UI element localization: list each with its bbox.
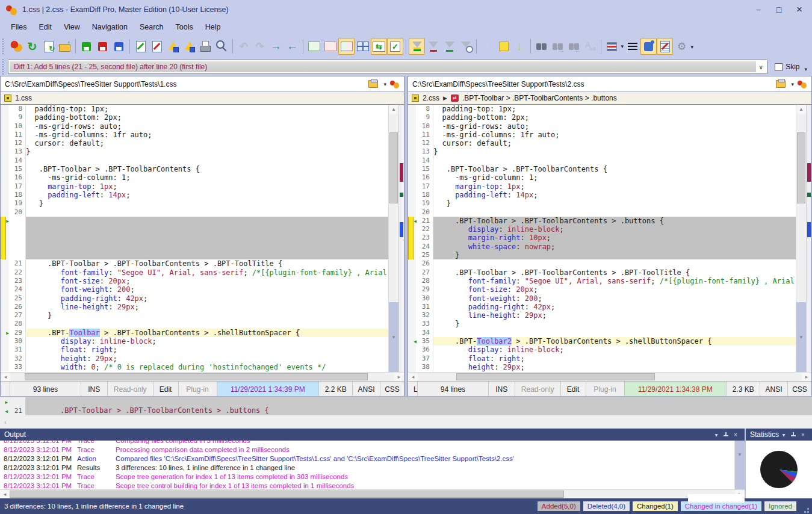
left-code-editor[interactable]: 8 padding-top: 1px;9 padding-bottom: 2px… — [1, 105, 388, 372]
show-second-pane-button[interactable] — [322, 38, 338, 55]
toolbar-grip[interactable] — [2, 39, 5, 54]
save-second-button[interactable] — [95, 38, 111, 55]
code-line[interactable]: 9 padding-bottom: 2px; — [408, 113, 796, 122]
code-line[interactable]: 33 width: 0; /* 0 is replaced during 'ho… — [1, 363, 388, 371]
code-line[interactable]: 24 font-weight: 200; — [1, 285, 388, 294]
diff-map-mark[interactable] — [807, 163, 811, 182]
code-line[interactable]: 17 margin-top: 1px; — [408, 182, 796, 191]
scroll-right-icon[interactable]: ▸ — [802, 373, 811, 381]
right-horizontal-scrollbar[interactable]: ◂ ▸ — [408, 372, 811, 381]
redo-button[interactable] — [252, 38, 268, 55]
current-diff-row[interactable] — [0, 397, 812, 406]
right-crumb-file[interactable]: 2.css — [423, 94, 439, 102]
undo-button[interactable] — [235, 38, 252, 55]
save-left-result-button[interactable] — [165, 38, 181, 55]
right-code-editor[interactable]: 8 padding-top: 1px;9 padding-bottom: 2px… — [408, 105, 796, 372]
scroll-down-icon[interactable]: ▼ — [735, 441, 745, 489]
code-line[interactable]: 23 margin-right: 10px; — [408, 234, 796, 242]
statistics-pin-icon[interactable] — [790, 432, 796, 438]
code-line[interactable]: 20 — [408, 208, 796, 217]
find-button[interactable] — [533, 38, 550, 55]
resize-grip[interactable] — [801, 502, 810, 510]
code-line[interactable]: 27 } — [1, 311, 388, 320]
scroll-right-icon[interactable]: ▸ — [394, 373, 404, 381]
code-line[interactable]: 25 } — [408, 251, 796, 259]
diff-details-button[interactable] — [604, 38, 624, 55]
code-line[interactable]: 32 line-height: 29px; — [408, 311, 796, 320]
find-next-button[interactable] — [550, 38, 566, 55]
show-panes-grid-button[interactable] — [355, 38, 371, 55]
right-hscroll-thumb[interactable] — [456, 373, 655, 380]
code-line[interactable]: 16 -ms-grid-column: 1; — [1, 173, 388, 182]
code-line[interactable]: 9 padding-bottom: 2px; — [1, 113, 388, 122]
current-difference-button[interactable] — [495, 38, 512, 55]
line-inspector-button[interactable] — [624, 38, 640, 55]
statistics-close-icon[interactable]: × — [798, 432, 808, 438]
left-horizontal-scrollbar[interactable]: ◂ ▸ — [1, 372, 404, 381]
code-line[interactable]: 18 padding-left: 14px; — [408, 191, 796, 199]
code-line[interactable]: 10 -ms-grid-rows: auto; — [1, 122, 388, 131]
maximize-button[interactable] — [769, 2, 789, 17]
scroll-left-icon[interactable]: ‹ — [1, 418, 10, 426]
settings-button[interactable] — [673, 38, 695, 55]
skip-option[interactable]: Skip ▾ — [775, 61, 807, 72]
code-line[interactable]: 26 — [408, 259, 796, 268]
output-row[interactable]: 8/12/2023 3:12:01 PMTraceComparing files… — [0, 441, 734, 445]
find-previous-button[interactable] — [566, 38, 582, 55]
code-line[interactable] — [1, 225, 388, 234]
recompare-button[interactable] — [24, 38, 40, 55]
auto-recompare-button[interactable] — [387, 38, 403, 55]
right-vscroll-thumb[interactable] — [797, 132, 805, 203]
output-row[interactable]: 8/12/2023 3:12:01 PMTraceScope tree gene… — [0, 472, 734, 481]
left-diff-map[interactable] — [398, 105, 404, 372]
swap-and-recompare-button[interactable] — [40, 38, 57, 55]
scroll-left-icon[interactable]: ◂ — [1, 373, 10, 381]
code-line[interactable]: 34 — [408, 329, 796, 337]
left-compare-icon[interactable] — [390, 79, 400, 89]
code-line[interactable]: 11 -ms-grid-columns: 1fr auto; — [408, 131, 796, 139]
code-line[interactable]: 29 .BPT-Toolbar > .BPT-ToolbarContents >… — [1, 329, 388, 337]
code-line[interactable]: 23 font-size: 20px; — [1, 277, 388, 285]
code-line[interactable]: 31 padding-right: 42px; — [408, 303, 796, 311]
output-row[interactable]: 8/12/2023 3:12:01 PMTraceProcessing comp… — [0, 445, 734, 454]
code-line[interactable]: 33 } — [408, 320, 796, 328]
code-line[interactable]: 31 float: right; — [1, 345, 388, 354]
diff-map-mark[interactable] — [400, 193, 403, 197]
combo-dropdown-icon[interactable]: ∨ — [756, 64, 766, 70]
left-path-bar[interactable]: C:\Src\ExamDiff\Specs\TreeSitter Support… — [1, 76, 404, 92]
scroll-left-icon[interactable]: ◂ — [0, 490, 10, 498]
right-compare-icon[interactable] — [798, 79, 807, 89]
edit-second-button[interactable] — [149, 38, 165, 55]
code-line[interactable]: 37 float: right; — [408, 355, 796, 363]
code-line[interactable]: 20 — [1, 208, 388, 217]
split-view-button[interactable] — [338, 38, 355, 55]
diff-map-mark[interactable] — [807, 193, 811, 197]
code-line[interactable]: 27 .BPT-Toolbar > .BPT-ToolbarContents >… — [408, 268, 796, 277]
code-line[interactable]: 32 height: 29px; — [1, 355, 388, 363]
code-line[interactable]: 21 .BPT-Toolbar > .BPT-ToolbarContents >… — [408, 217, 796, 225]
left-vscroll-thumb[interactable] — [389, 132, 398, 203]
copy-to-left-button[interactable] — [284, 38, 300, 55]
output-horizontal-scrollbar[interactable]: ◂ ▸ — [0, 489, 745, 498]
right-vertical-scrollbar[interactable]: ▲ ▼ — [796, 105, 806, 372]
show-changed-filter-button[interactable] — [441, 38, 457, 55]
code-line[interactable]: 38 height: 29px; — [408, 363, 796, 371]
code-line[interactable]: 13} — [1, 147, 388, 156]
diff-map-mark[interactable] — [400, 163, 403, 182]
menu-item-help[interactable]: Help — [199, 20, 227, 34]
code-line[interactable]: 26 line-height: 29px; — [1, 303, 388, 311]
code-line[interactable]: 10 -ms-grid-rows: auto; — [408, 122, 796, 131]
edit-options-button[interactable] — [657, 38, 673, 55]
scroll-left-icon[interactable]: ◂ — [408, 373, 418, 381]
skip-checkbox[interactable] — [775, 63, 783, 71]
synchronize-scrolling-button[interactable] — [371, 38, 387, 55]
code-line[interactable]: 21 .BPT-Toolbar > .BPT-ToolbarContents >… — [1, 259, 388, 268]
plugins-button[interactable] — [640, 38, 657, 55]
code-line[interactable]: 17 margin-top: 1px; — [1, 182, 388, 191]
code-line[interactable]: 15 .BPT-Toolbar > .BPT-ToolbarContents { — [1, 165, 388, 173]
scroll-up-icon[interactable]: ▲ — [389, 105, 398, 114]
show-all-differences-button[interactable] — [409, 38, 425, 55]
menu-item-navigation[interactable]: Navigation — [86, 20, 134, 34]
code-line[interactable]: 30 font-weight: 200; — [408, 294, 796, 303]
menu-item-edit[interactable]: Edit — [33, 20, 58, 34]
